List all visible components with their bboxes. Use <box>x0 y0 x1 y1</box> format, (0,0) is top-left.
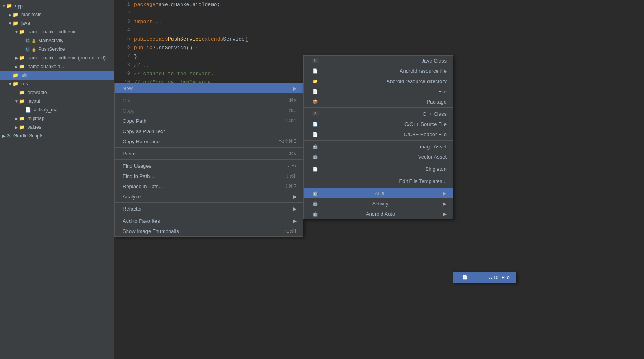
new-submenu-item-c-c---header-file[interactable]: 📄C/C++ Header File <box>304 129 453 139</box>
tree-item-aidl[interactable]: 📁aidl <box>0 71 114 80</box>
new-submenu-item-singleton[interactable]: 📄Singleton <box>304 164 453 174</box>
menu-separator <box>115 147 303 148</box>
file-icon: 📄 <box>312 89 319 94</box>
tree-item-name-quanke-aidldemo[interactable]: ▼📁name.quanke.aidldemo <box>0 28 114 36</box>
new-submenu-item-edit-file-templates---[interactable]: Edit File Templates... <box>304 176 453 186</box>
tree-label: java <box>21 20 30 26</box>
menu-shortcut: ⌘C <box>288 108 297 113</box>
new-submenu-item-vector-asset[interactable]: 🤖Vector Asset <box>304 152 453 162</box>
tree-item-drawable[interactable]: 📁drawable <box>0 88 114 97</box>
submenu-arrow: ▶ <box>293 206 297 212</box>
line-number: 4 <box>114 28 130 33</box>
code-line-5: 5public class PushService extends Servic… <box>114 35 644 43</box>
tree-label: name.quanke.aidldemo <box>28 29 77 35</box>
new-submenu-item-file[interactable]: 📄File <box>304 86 453 96</box>
menu-item-label: Find Usages <box>123 163 151 169</box>
menu-item-analyze[interactable]: Analyze▶ <box>115 191 303 202</box>
tree-label: MainActivity <box>38 38 63 43</box>
new-submenu-item-c-c---source-file[interactable]: 📄C/C++ Source File <box>304 119 453 129</box>
folder-icon: 📁 <box>13 72 19 78</box>
new-submenu-label: Edit File Templates... <box>399 178 447 184</box>
new-submenu-label: File <box>438 89 447 94</box>
aidl-file-icon: 📄 <box>462 275 469 280</box>
tree-arrow: ▼ <box>14 99 19 104</box>
context-menu[interactable]: New▶Cut⌘XCopy⌘CCopy Path⇧⌘CCopy as Plain… <box>114 83 303 237</box>
code-token: public <box>134 36 153 42</box>
menu-shortcut: ⇧⌘F <box>285 173 297 179</box>
tree-item-mainactivity[interactable]: C 🔒MainActivity <box>0 36 114 45</box>
new-submenu-label: Package <box>426 99 447 105</box>
tree-label: layout <box>28 98 40 104</box>
code-token: // ... <box>134 62 153 68</box>
code-token: Service <box>223 36 245 42</box>
tree-item-name-quanke-a---[interactable]: ▶📁name.quanke.a... <box>0 62 114 71</box>
tree-item-name-quanke-aidldemo--androidtest-[interactable]: ▶📁name.quanke.aidldemo (androidTest) <box>0 54 114 62</box>
menu-item-label: Cut <box>123 98 130 104</box>
menu-item-label: New <box>123 85 133 91</box>
code-token: PushService() { <box>153 45 199 51</box>
menu-separator <box>115 215 303 215</box>
tree-item-layout[interactable]: ▼📁layout <box>0 97 114 105</box>
menu-item-paste[interactable]: Paste⌘V <box>115 148 303 159</box>
new-submenu-item-android-auto[interactable]: 🤖Android Auto▶ <box>304 209 453 219</box>
tree-item-gradle-scripts[interactable]: ▶⚙Gradle Scripts <box>0 131 114 140</box>
menu-item-add-to-favorites[interactable]: Add to Favorites▶ <box>115 216 303 226</box>
code-line-8: 8 // ... <box>114 61 644 69</box>
menu-item-cut[interactable]: Cut⌘X <box>115 95 303 105</box>
android-icon: 🤖 <box>312 201 319 206</box>
menu-item-show-image-thumbnails[interactable]: Show Image Thumbnails⌥⌘T <box>115 226 303 236</box>
tree-item-app[interactable]: ▼📁app <box>0 2 114 10</box>
tree-item-java[interactable]: ▼📁java <box>0 19 114 28</box>
tree-item-values[interactable]: ▶📁values <box>0 123 114 131</box>
tree-arrow: ▶ <box>14 117 19 121</box>
menu-shortcut: ⌥⌘T <box>284 228 297 234</box>
new-submenu-label: AIDL <box>375 191 386 196</box>
new-submenu-label: C++ Class <box>423 111 447 117</box>
file-icon: 📄 <box>312 132 319 137</box>
menu-item-copy[interactable]: Copy⌘C <box>115 105 303 116</box>
file-icon: 📄 <box>312 167 319 172</box>
folder-icon: 📁 <box>13 12 19 17</box>
new-submenu-item-image-asset[interactable]: 🤖Image Asset <box>304 141 453 152</box>
code-token: class <box>153 36 168 42</box>
folder-icon: 📁 <box>19 98 25 104</box>
new-submenu-item-aidl[interactable]: 🤖AIDL▶ <box>304 188 453 198</box>
project-sidebar: ▼📁app▶📁manifests▼📁java▼📁name.quanke.aidl… <box>0 0 114 359</box>
tree-arrow: ▼ <box>2 4 6 8</box>
menu-item-replace-in-path---[interactable]: Replace in Path...⇧⌘R <box>115 181 303 191</box>
aidl-submenu[interactable]: 📄AIDL File <box>453 272 516 283</box>
menu-shortcut: ⇧⌘R <box>285 183 297 189</box>
code-token: public <box>134 45 153 51</box>
tree-arrow: ▶ <box>14 125 19 130</box>
menu-item-copy-reference[interactable]: Copy Reference⌥⇧⌘C <box>115 136 303 146</box>
folder-icon: 📁 <box>6 3 12 9</box>
menu-separator <box>304 175 453 175</box>
menu-item-label: Copy <box>123 108 134 114</box>
new-submenu-item-package[interactable]: 📦Package <box>304 96 453 107</box>
tree-item-manifests[interactable]: ▶📁manifests <box>0 10 114 19</box>
new-submenu-item-activity[interactable]: 🤖Activity▶ <box>304 198 453 209</box>
code-editor: 1package name.quanke.aidldemo;23import .… <box>114 0 644 359</box>
aidl-submenu-item-aidl-file[interactable]: 📄AIDL File <box>454 272 516 282</box>
menu-item-find-in-path---[interactable]: Find in Path...⇧⌘F <box>115 171 303 181</box>
tree-item-res[interactable]: ▼📁res <box>0 80 114 88</box>
class-icon: C <box>25 47 30 52</box>
tree-item-mipmap[interactable]: ▶📁mipmap <box>0 114 114 123</box>
menu-item-find-usages[interactable]: Find Usages⌥F7 <box>115 161 303 171</box>
menu-item-new[interactable]: New▶ <box>115 83 303 93</box>
menu-item-copy-path[interactable]: Copy Path⇧⌘C <box>115 116 303 126</box>
tree-item-activity-mai---[interactable]: 📄activity_mai... <box>0 105 114 114</box>
tree-item-pushservice[interactable]: C 🔒PushService <box>0 45 114 54</box>
code-token: } <box>134 54 137 59</box>
tree-arrow: ▼ <box>8 21 13 26</box>
new-submenu-item-c---class[interactable]: SC++ Class <box>304 109 453 119</box>
tree-label: name.quanke.aidldemo (androidTest) <box>28 55 106 61</box>
menu-item-copy-as-plain-text[interactable]: Copy as Plain Text <box>115 126 303 136</box>
menu-item-label: Copy Path <box>123 118 147 124</box>
menu-item-refactor[interactable]: Refactor▶ <box>115 204 303 214</box>
tree-arrow: ▶ <box>14 56 19 60</box>
line-number: 5 <box>114 36 130 42</box>
tree-label: PushService <box>38 46 65 52</box>
tree-label: manifests <box>21 12 41 17</box>
line-number: 6 <box>114 45 130 50</box>
